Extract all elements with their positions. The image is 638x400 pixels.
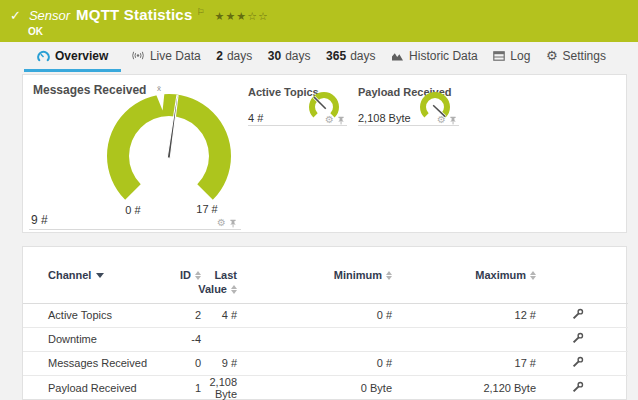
channel-minimum [245,327,400,351]
table-row[interactable]: Payload Received 1 2,108 Byte 0 Byte 2,1… [23,375,628,400]
tab-label: Settings [563,49,606,63]
log-icon [493,51,505,61]
sensor-header: ✓ Sensor MQTT Statistics ⚐ ★★★☆☆ OK [0,0,638,42]
col-header-channel[interactable]: Channel [23,247,173,303]
channel-name: Payload Received [23,375,173,400]
pin-icon[interactable] [337,116,345,125]
sort-icon [195,271,201,280]
channel-minimum: 0 # [245,351,400,375]
tab-label: Historic Data [409,49,478,63]
primary-gauge-min: 0 # [113,204,153,216]
channel-last-value: 2,108 Byte [205,375,245,400]
rating-stars[interactable]: ★★★☆☆ [215,10,269,23]
channel-name: Messages Received [23,351,173,375]
table-row[interactable]: Downtime -4 [23,327,628,351]
flag-icon[interactable]: ⚐ [196,7,204,17]
channel-maximum: 17 # [400,351,544,375]
gauge-icon [37,50,50,62]
tab-log[interactable]: Log [487,42,536,72]
tab-historic-data[interactable]: Historic Data [385,42,484,72]
pin-icon[interactable] [449,116,457,125]
tab-settings[interactable]: ⚙ Settings [540,42,612,72]
gear-icon: ⚙ [546,49,558,62]
live-data-icon [131,50,145,61]
secondary-gauge-value: 2,108 Byte [358,112,411,124]
tab-label: days [350,49,375,63]
tab-365-days[interactable]: 365 days [320,42,381,72]
channel-maximum [400,327,544,351]
sorted-desc-icon [96,273,104,278]
channel-maximum: 12 # [400,303,544,327]
channel-last-value: 9 # [205,351,245,375]
sort-icon [386,271,392,280]
tab-label: days [285,49,310,63]
channel-settings-gear-icon[interactable]: ⚙ [437,115,446,125]
table-header-row: Channel ID Last Value Minimum Maximum [23,247,628,303]
table-row[interactable]: Active Topics 2 4 # 0 # 12 # [23,303,628,327]
table-row[interactable]: Messages Received 0 9 # 0 # 17 # [23,351,628,375]
channel-name: Downtime [23,327,173,351]
channel-settings-gear-icon[interactable]: ⚙ [217,218,226,228]
edit-channel-wrench-icon[interactable] [572,381,584,395]
channel-maximum: 2,120 Byte [400,375,544,400]
primary-gauge-max: 17 # [187,203,227,215]
channels-table: Channel ID Last Value Minimum Maximum [23,247,628,400]
divider [358,125,459,126]
tab-number: 30 [268,49,281,63]
sort-icon [231,285,237,294]
channel-id: -4 [173,327,205,351]
secondary-gauge-value: 4 # [248,112,263,124]
pin-icon[interactable] [229,219,237,228]
tab-label: Live Data [150,49,201,63]
channel-minimum: 0 Byte [245,375,400,400]
col-header-actions [544,247,628,303]
channel-last-value [205,327,245,351]
edit-channel-wrench-icon[interactable] [572,356,584,370]
tab-live-data[interactable]: Live Data [125,42,207,72]
status-check-icon: ✓ [10,8,21,23]
col-header-last-value[interactable]: Last Value [205,247,245,303]
tab-label: Overview [55,49,108,63]
tab-bar: Overview Live Data 2 days 30 days 365 da… [0,42,638,72]
tab-label: days [227,49,252,63]
channel-name: Active Topics [23,303,173,327]
status-badge: OK [28,26,43,37]
col-header-maximum[interactable]: Maximum [400,247,544,303]
primary-gauge-actions: ⚙ [217,218,237,228]
tab-overview[interactable]: Overview [24,42,121,72]
channels-panel: Channel ID Last Value Minimum Maximum [22,246,627,400]
tab-30-days[interactable]: 30 days [262,42,317,72]
tab-label: Log [510,49,530,63]
primary-gauge-value: 9 # [31,213,48,227]
edit-channel-wrench-icon[interactable] [572,308,584,322]
tab-number: 2 [216,49,223,63]
channel-id: 0 [173,351,205,375]
sort-icon [530,271,536,280]
channel-last-value: 4 # [205,303,245,327]
gauges-panel: Messages Received x̄ 0 # 17 # 9 # ⚙ Acti… [22,74,627,233]
sensor-label: Sensor [29,8,70,23]
secondary-gauge-actions: ⚙ [325,115,345,125]
channel-id: 2 [173,303,205,327]
historic-chart-icon [391,51,404,61]
average-marker-label: x̄ [151,84,167,93]
edit-channel-wrench-icon[interactable] [572,332,584,346]
tab-2-days[interactable]: 2 days [210,42,258,72]
page-title: MQTT Statistics [76,6,192,23]
col-header-minimum[interactable]: Minimum [245,247,400,303]
divider [248,125,347,126]
channel-minimum: 0 # [245,303,400,327]
channel-id: 1 [173,375,205,400]
divider [29,229,241,230]
secondary-gauge-actions: ⚙ [437,115,457,125]
tab-number: 365 [326,49,346,63]
channel-settings-gear-icon[interactable]: ⚙ [325,115,334,125]
